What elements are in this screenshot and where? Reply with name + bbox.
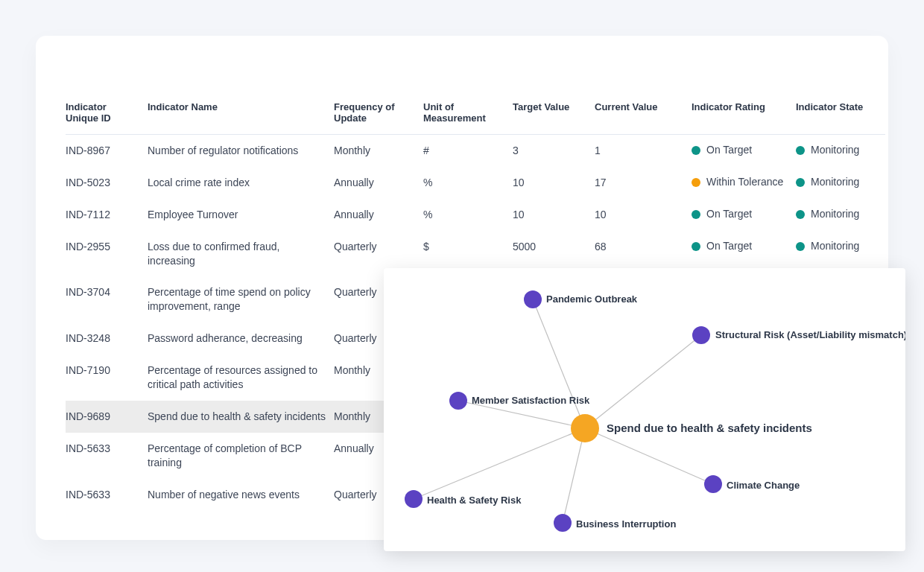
header-current[interactable]: Current Value	[595, 95, 692, 135]
cell-id: IND-7190	[66, 355, 148, 401]
diagram-edge	[585, 428, 713, 484]
cell-rating: On Target	[692, 199, 796, 231]
state-label: Monitoring	[811, 176, 859, 188]
cell-unit: #	[423, 135, 513, 167]
rating-label: On Target	[706, 144, 752, 156]
cell-name: Spend due to health & safety incidents	[148, 401, 334, 433]
status-dot-icon	[796, 146, 805, 155]
diagram-node-label: Business Interruption	[576, 518, 676, 530]
cell-rating: Within Tolerance	[692, 167, 796, 199]
diagram-node[interactable]	[405, 490, 423, 508]
diagram-node[interactable]	[449, 392, 467, 410]
diagram-node[interactable]	[704, 475, 722, 493]
cell-id: IND-7112	[66, 199, 148, 231]
table-row[interactable]: IND-5023Local crime rate indexAnnually%1…	[66, 167, 885, 199]
cell-rating: On Target	[692, 135, 796, 167]
status-dot-icon	[692, 146, 700, 155]
cell-id: IND-5633	[66, 479, 148, 511]
cell-freq: Annually	[334, 167, 423, 199]
header-id[interactable]: Indicator Unique ID	[66, 95, 148, 135]
rating-label: On Target	[706, 240, 752, 252]
state-label: Monitoring	[811, 208, 859, 220]
cell-name: Number of negative news events	[148, 479, 334, 511]
header-unit[interactable]: Unit of Measurement	[423, 95, 513, 135]
status-dot-icon	[692, 210, 700, 219]
diagram-center-label: Spend due to health & safety incidents	[607, 422, 812, 434]
diagram-center-node[interactable]	[571, 414, 599, 442]
cell-current: 10	[595, 199, 692, 231]
header-rating[interactable]: Indicator Rating	[692, 95, 796, 135]
cell-unit: %	[423, 167, 513, 199]
rating-label: Within Tolerance	[706, 176, 783, 188]
cell-name: Percentage of completion of BCP training	[148, 433, 334, 479]
status-dot-icon	[692, 178, 700, 187]
header-name[interactable]: Indicator Name	[148, 95, 334, 135]
diagram-node-label: Structural Risk (Asset/Liability mismatc…	[715, 329, 905, 340]
diagram-node[interactable]	[554, 514, 572, 532]
status-dot-icon	[796, 178, 805, 187]
cell-current: 17	[595, 167, 692, 199]
cell-id: IND-8967	[66, 135, 148, 167]
cell-id: IND-2955	[66, 231, 148, 277]
cell-state: Monitoring	[796, 135, 885, 167]
status-dot-icon	[692, 242, 700, 251]
cell-target: 3	[513, 135, 595, 167]
cell-name: Percentage of time spend on policy impro…	[148, 276, 334, 322]
status-dot-icon	[796, 242, 805, 251]
cell-name: Employee Turnover	[148, 199, 334, 231]
cell-target: 10	[513, 167, 595, 199]
diagram-node[interactable]	[524, 290, 542, 308]
table-header-row: Indicator Unique ID Indicator Name Frequ…	[66, 95, 885, 135]
rating-label: On Target	[706, 208, 752, 220]
cell-id: IND-9689	[66, 401, 148, 433]
cell-id: IND-3704	[66, 276, 148, 322]
diagram-node-label: Health & Safety Risk	[427, 495, 522, 506]
cell-id: IND-3248	[66, 322, 148, 355]
cell-name: Password adherance, decreasing	[148, 322, 334, 355]
cell-name: Loss due to confirmed fraud, increasing	[148, 231, 334, 277]
cell-name: Percentage of resources assigned to crit…	[148, 355, 334, 401]
status-dot-icon	[796, 210, 805, 219]
diagram-edge	[414, 428, 585, 499]
state-label: Monitoring	[811, 144, 859, 156]
cell-id: IND-5633	[66, 433, 148, 479]
state-label: Monitoring	[811, 240, 859, 252]
diagram-edge	[533, 299, 585, 428]
diagram-node-label: Climate Change	[727, 480, 800, 491]
cell-unit: %	[423, 199, 513, 231]
table-row[interactable]: IND-7112Employee TurnoverAnnually%1010On…	[66, 199, 885, 231]
cell-id: IND-5023	[66, 167, 148, 199]
relationship-diagram: Pandemic OutbreakStructural Risk (Asset/…	[384, 268, 905, 551]
cell-state: Monitoring	[796, 167, 885, 199]
diagram-edge	[585, 335, 701, 428]
header-target[interactable]: Target Value	[513, 95, 595, 135]
cell-freq: Monthly	[334, 135, 423, 167]
header-state[interactable]: Indicator State	[796, 95, 885, 135]
diagram-edge	[563, 428, 585, 523]
cell-state: Monitoring	[796, 199, 885, 231]
table-row[interactable]: IND-8967Number of regulator notification…	[66, 135, 885, 167]
cell-freq: Annually	[334, 199, 423, 231]
cell-name: Local crime rate index	[148, 167, 334, 199]
diagram-node-label: Member Satisfaction Risk	[472, 395, 590, 406]
cell-current: 1	[595, 135, 692, 167]
diagram-node-label: Pandemic Outbreak	[546, 293, 638, 305]
diagram-node[interactable]	[692, 326, 710, 344]
cell-target: 10	[513, 199, 595, 231]
header-freq[interactable]: Frequency of Update	[334, 95, 423, 135]
cell-name: Number of regulator notifications	[148, 135, 334, 167]
